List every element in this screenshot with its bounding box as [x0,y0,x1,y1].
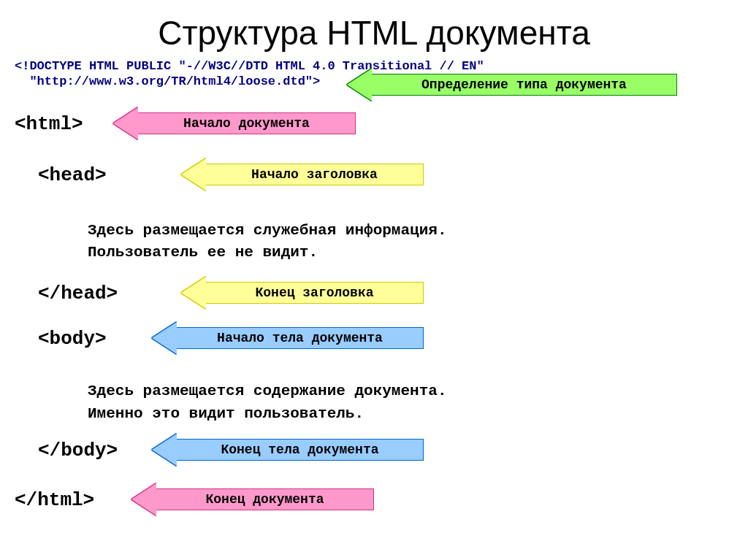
body-note-line-2: Именно это видит пользователь. [88,403,733,425]
arrow-html-open: Начало документа [113,110,356,137]
head-note-line-1: Здесь размещается служебная информация. [88,220,733,242]
tag-body-open: <body> [38,328,107,350]
tag-head-open: <head> [38,164,107,186]
diagram-body: <!DOCTYPE HTML PUBLIC "-//W3C//DTD HTML … [0,58,748,520]
page-title: Структура HTML документа [0,0,748,58]
tag-html-open: <html> [15,113,83,135]
tag-html-close: </html> [15,489,94,511]
tag-body-close: </body> [38,440,118,461]
arrow-doctype: Определение типа документа [347,72,677,98]
head-note-line-2: Пользователь ее не видит. [88,242,733,264]
body-note-line-1: Здесь размещается содержание документа. [88,380,733,402]
arrow-head-close: Конец заголовка [181,280,424,306]
arrow-body-open: Начало тела документа [152,325,424,351]
arrow-head-open: Начало заголовка [181,161,424,188]
arrow-body-close: Конец тела документа [152,437,424,463]
tag-head-close: </head> [38,283,118,304]
arrow-html-close: Конец документа [131,486,374,513]
